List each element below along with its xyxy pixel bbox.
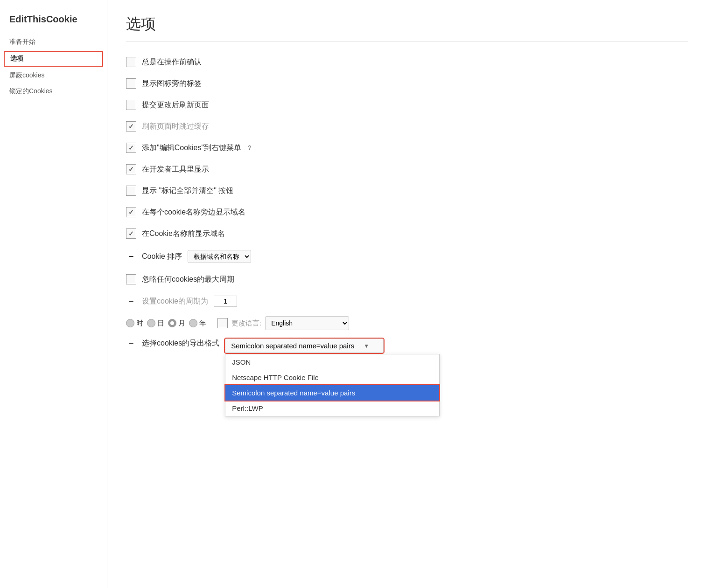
label-show-domain-before-name: 在Cookie名称前显示域名 [142,229,225,239]
checkbox-show-icon-label[interactable] [126,78,136,89]
checkbox-show-mark-all[interactable] [126,186,136,196]
option-add-to-context-menu: ✓ 添加"编辑Cookies"到右键菜单 ? [126,137,688,159]
period-unit-row: 时 日 月 年 更改语言: English 中文 [126,312,688,334]
option-ignore-max-period: 忽略任何cookies的最大周期 [126,269,688,290]
sidebar-item-get-started[interactable]: 准备开始 [0,34,107,50]
label-set-period: 设置cookie的周期为 [142,297,208,306]
label-show-in-devtools: 在开发者工具里显示 [142,165,209,174]
checkbox-confirm-before-action[interactable] [126,57,136,67]
option-show-domain-next-to-cookie: ✓ 在每个cookie名称旁边显示域名 [126,201,688,223]
radio-year[interactable] [189,319,197,327]
label-change-language: 更改语言: [231,319,261,328]
export-option-perl-lwp[interactable]: Perl::LWP [225,401,439,416]
sidebar-item-block-cookies[interactable]: 屏蔽cookies [0,68,107,83]
checkbox-add-to-context-menu[interactable]: ✓ [126,143,136,153]
sidebar-item-options[interactable]: 选项 [4,51,103,67]
option-confirm-before-action: 总是在操作前确认 [126,51,688,73]
radio-day[interactable] [147,319,155,327]
export-format-dropdown-container: Semicolon separated name=value pairs ▼ J… [225,339,384,353]
label-show-domain-next-to-cookie: 在每个cookie名称旁边显示域名 [142,208,245,217]
main-content: 选项 总是在操作前确认 显示图标旁的标签 提交更改后刷新页面 ✓ 刷新页面时跳过… [107,0,707,588]
label-show-mark-all: 显示 "标记全部并清空" 按钮 [142,186,233,196]
radio-label-day: 日 [157,319,164,328]
option-skip-cache: ✓ 刷新页面时跳过缓存 [126,116,688,137]
label-refresh-after-submit: 提交更改后刷新页面 [142,100,209,110]
radio-month[interactable] [168,319,176,327]
export-option-netscape[interactable]: Netscape HTTP Cookie File [225,370,439,385]
label-add-to-context-menu: 添加"编辑Cookies"到右键菜单 [142,143,241,153]
tooltip-icon-context-menu: ? [248,145,251,151]
dropdown-arrow-icon: ▼ [364,343,369,349]
radio-label-hour: 时 [136,319,143,328]
dash-cookie-sort: − [126,252,136,262]
dash-export-format: − [126,339,136,348]
checkbox-show-in-devtools[interactable]: ✓ [126,164,136,174]
checkbox-show-domain-next-to-cookie[interactable]: ✓ [126,207,136,217]
export-format-dropdown-menu: JSON Netscape HTTP Cookie File Semicolon… [225,354,440,416]
label-show-icon-label: 显示图标旁的标签 [142,79,202,89]
option-export-format: − 选择cookies的导出格式 Semicolon separated nam… [126,334,688,358]
checkmark-skip-cache: ✓ [128,123,134,130]
checkbox-change-language[interactable] [217,318,228,328]
checkmark-domain-before-name: ✓ [128,230,134,237]
label-confirm-before-action: 总是在操作前确认 [142,57,202,67]
option-show-mark-all: 显示 "标记全部并清空" 按钮 [126,180,688,201]
option-set-period: − 设置cookie的周期为 [126,290,688,312]
page-title: 选项 [126,14,688,42]
radio-group-month: 月 [168,319,185,328]
cookie-sort-select[interactable]: 根据域名和名称 根据名称 根据域名 [188,250,251,263]
option-show-in-devtools: ✓ 在开发者工具里显示 [126,159,688,180]
app-title: EditThisCookie [0,9,107,34]
checkmark-show-in-devtools: ✓ [128,166,134,173]
radio-label-month: 月 [178,319,185,328]
export-format-current-value: Semicolon separated name=value pairs [231,342,354,350]
checkmark-domain-next-to-cookie: ✓ [128,208,134,216]
export-option-semicolon[interactable]: Semicolon separated name=value pairs [225,385,439,401]
checkmark-add-to-context-menu: ✓ [128,144,134,152]
label-ignore-max-period: 忽略任何cookies的最大周期 [142,275,234,284]
export-format-dropdown-trigger[interactable]: Semicolon separated name=value pairs ▼ [225,339,384,353]
option-refresh-after-submit: 提交更改后刷新页面 [126,94,688,116]
options-list: 总是在操作前确认 显示图标旁的标签 提交更改后刷新页面 ✓ 刷新页面时跳过缓存 … [126,51,688,358]
dash-set-period: − [126,297,136,306]
export-option-json[interactable]: JSON [225,354,439,370]
option-show-icon-label: 显示图标旁的标签 [126,73,688,94]
language-select[interactable]: English 中文 [265,316,349,330]
option-show-domain-before-name: ✓ 在Cookie名称前显示域名 [126,223,688,244]
period-input[interactable] [214,296,237,307]
radio-hour[interactable] [126,319,134,327]
label-cookie-sort: Cookie 排序 [142,252,182,262]
sidebar-item-locked-cookies[interactable]: 锁定的Cookies [0,83,107,99]
option-cookie-sort: − Cookie 排序 根据域名和名称 根据名称 根据域名 [126,244,688,269]
sidebar: EditThisCookie 准备开始 选项 屏蔽cookies 锁定的Cook… [0,0,107,588]
radio-group-day: 日 [147,319,164,328]
radio-group-hour: 时 [126,319,143,328]
label-skip-cache: 刷新页面时跳过缓存 [142,122,209,131]
checkbox-refresh-after-submit[interactable] [126,100,136,110]
radio-group-year: 年 [189,319,206,328]
checkbox-skip-cache[interactable]: ✓ [126,121,136,131]
checkbox-show-domain-before-name[interactable]: ✓ [126,228,136,239]
radio-label-year: 年 [199,319,206,328]
checkbox-ignore-max-period[interactable] [126,274,136,284]
label-export-format: 选择cookies的导出格式 [142,339,219,348]
